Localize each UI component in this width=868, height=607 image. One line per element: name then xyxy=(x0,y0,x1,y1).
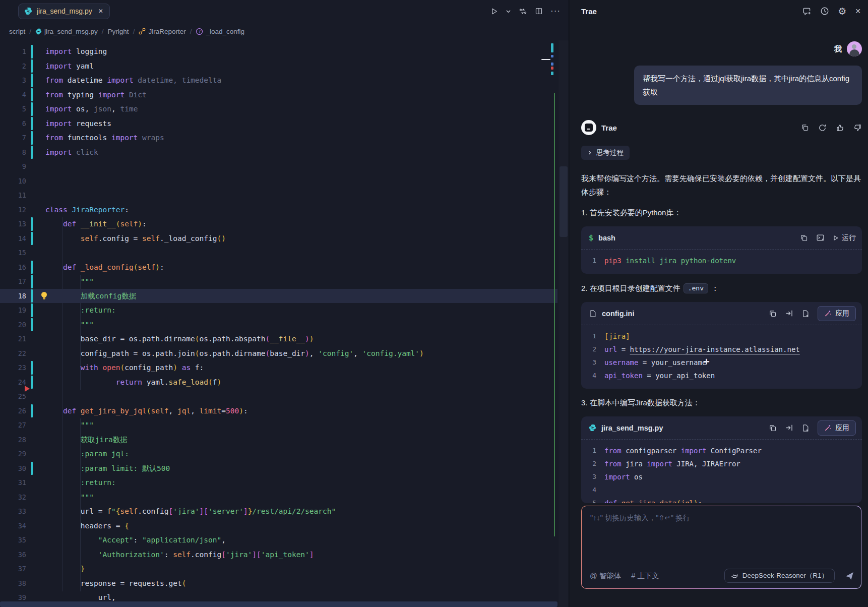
editor-code-line[interactable]: 38 response = requests.get( xyxy=(0,576,557,591)
user-message-bubble: 帮我写一个方法，通过jql获取jira数据，其中jira的信息从config获取 xyxy=(634,66,862,105)
editor-code-line[interactable]: 22 config_path = os.path.join(os.path.di… xyxy=(0,346,557,361)
editor-code-line[interactable]: 11 xyxy=(0,188,557,203)
code-token xyxy=(177,363,182,372)
editor-code-line[interactable]: 3from datetime import datetime, timedelt… xyxy=(0,73,557,88)
line-number: 5 xyxy=(581,497,596,503)
code-token: headers = xyxy=(45,522,125,530)
breadcrumb-method[interactable]: f _load_config xyxy=(196,28,244,35)
editor-code-line[interactable]: 7from functools import wraps xyxy=(0,131,557,145)
copy-code-icon[interactable] xyxy=(769,424,777,432)
line-number: 24 xyxy=(0,375,26,390)
editor-horizontal-scrollbar[interactable] xyxy=(0,601,557,607)
mention-agent-button[interactable]: @ 智能体 xyxy=(590,571,621,581)
breadcrumb-script[interactable]: script xyxy=(9,28,25,35)
breadcrumb-class[interactable]: JiraReporter xyxy=(139,28,185,35)
tab-jira-send-msg[interactable]: jira_send_msg.py ✕ xyxy=(18,4,110,19)
editor-code-line[interactable]: 36 'Authorization': self.config['jira'][… xyxy=(0,548,557,562)
more-actions-icon[interactable]: ··· xyxy=(550,6,561,16)
code-token: ] xyxy=(309,551,314,559)
copy-message-icon[interactable] xyxy=(801,124,809,132)
code-token: jql xyxy=(177,407,191,415)
editor-code-line[interactable]: 5import os, json, time xyxy=(0,102,557,116)
copy-code-icon[interactable] xyxy=(769,310,777,318)
settings-gear-icon[interactable]: ⚙ xyxy=(838,7,846,16)
lightbulb-icon[interactable] xyxy=(41,292,47,297)
run-button[interactable] xyxy=(490,8,498,15)
line-number: 29 xyxy=(0,447,26,461)
editor-code-line[interactable]: 14 self.config = self._load_config() xyxy=(0,231,557,246)
apply-code-button[interactable]: 应用 xyxy=(818,306,856,321)
thumbs-down-icon[interactable] xyxy=(853,124,862,132)
editor-code-line[interactable]: 37 } xyxy=(0,562,557,576)
editor-code-line[interactable]: 8import click xyxy=(0,145,557,160)
thinking-process-toggle[interactable]: 思考过程 xyxy=(581,146,630,160)
editor-code-line[interactable]: 20 """ xyxy=(0,318,557,332)
history-icon[interactable] xyxy=(820,7,829,16)
compare-changes-icon[interactable] xyxy=(519,7,527,16)
line-number: 38 xyxy=(0,576,26,591)
editor-code-line[interactable]: 2import yaml xyxy=(0,59,557,74)
send-message-icon[interactable] xyxy=(845,571,854,581)
editor-code-line[interactable]: 1import logging xyxy=(0,44,557,59)
insert-to-terminal-icon[interactable] xyxy=(816,233,825,242)
add-context-button[interactable]: # 上下文 xyxy=(631,571,659,581)
run-command-button[interactable]: 运行 xyxy=(833,233,856,242)
code-token: = xyxy=(617,345,630,353)
new-file-icon[interactable] xyxy=(801,310,810,318)
new-chat-icon[interactable] xyxy=(802,7,812,16)
git-change-bar xyxy=(31,45,33,58)
editor-code-line[interactable]: 21 base_dir = os.path.dirname(os.path.ab… xyxy=(0,332,557,346)
editor-code-line[interactable]: 31 :return: xyxy=(0,475,557,490)
split-editor-icon[interactable] xyxy=(535,7,543,15)
copy-code-icon[interactable] xyxy=(800,234,808,242)
editor-code-line[interactable]: 15 xyxy=(0,246,557,260)
editor-code-line[interactable]: 17 """ xyxy=(0,274,557,289)
model-selector[interactable]: DeepSeek-Reasoner（R1） xyxy=(724,569,835,583)
editor-code-line[interactable]: 34 headers = { xyxy=(0,519,557,533)
close-panel-icon[interactable]: ✕ xyxy=(855,7,861,15)
tab-bar: jira_send_msg.py ✕ ··· xyxy=(0,0,569,22)
code-token: f xyxy=(213,378,217,386)
insert-to-editor-icon[interactable] xyxy=(785,309,793,318)
editor-code-line[interactable]: 30 :param limit: 默认500 xyxy=(0,461,557,476)
git-change-bar xyxy=(31,404,33,418)
editor-code-line[interactable]: 32 """ xyxy=(0,490,557,505)
editor-code-line[interactable]: 13 def __init__(self): xyxy=(0,217,557,231)
apply-code-button[interactable]: 应用 xyxy=(818,420,856,436)
new-file-icon[interactable] xyxy=(801,424,810,432)
run-dropdown-chevron-icon[interactable] xyxy=(506,9,511,14)
regenerate-icon[interactable] xyxy=(818,124,827,132)
editor-code-line[interactable]: 27 """ xyxy=(0,418,557,433)
editor-code-line[interactable]: 23 with open(config_path) as f: xyxy=(0,360,557,375)
editor-vertical-scrollbar[interactable] xyxy=(559,40,569,607)
editor-scrollbar-thumb[interactable] xyxy=(560,166,568,237)
editor-code-line[interactable]: 12class JiraReporter: xyxy=(0,203,557,217)
code-token: from xyxy=(45,91,63,99)
editor-code-line[interactable]: 33 url = f"{self.config['jira']['server'… xyxy=(0,504,557,519)
code-token: return xyxy=(116,378,142,386)
code-token: ( xyxy=(195,335,200,343)
code-token: functools xyxy=(63,134,111,142)
editor-code-line[interactable]: 19 :return: xyxy=(0,303,557,318)
editor-code-line[interactable]: 18 加载config数据 xyxy=(0,289,557,304)
editor-code-line[interactable]: 28 获取jira数据 xyxy=(0,433,557,447)
deepseek-whale-icon xyxy=(731,572,738,580)
thumbs-up-icon[interactable] xyxy=(836,124,844,132)
insert-to-editor-icon[interactable] xyxy=(785,423,793,432)
editor-code-line[interactable]: 29 :param jql: xyxy=(0,447,557,461)
editor-code-line[interactable]: 9 xyxy=(0,159,557,174)
breadcrumb-pyright[interactable]: Pyright xyxy=(108,28,129,35)
editor-code-line[interactable]: 35 "Accept": "application/json", xyxy=(0,533,557,548)
editor-code-line[interactable]: 25 xyxy=(0,389,557,404)
line-number: 34 xyxy=(0,519,26,533)
code-editor[interactable]: 1import logging2import yaml3from datetim… xyxy=(0,40,569,607)
editor-code-line[interactable]: 10 xyxy=(0,174,557,189)
editor-code-line[interactable]: 16 def _load_config(self): xyxy=(0,260,557,275)
editor-code-line[interactable]: 24 return yaml.safe_load(f) xyxy=(0,375,557,390)
editor-code-line[interactable]: 4from typing import Dict xyxy=(0,88,557,102)
chat-input-box[interactable]: "↑↓" 切换历史输入，"⇧↵" 换行 @ 智能体 # 上下文 DeepSeek… xyxy=(581,506,861,589)
breadcrumb-file[interactable]: jira_send_msg.py xyxy=(35,28,98,35)
tab-close-icon[interactable]: ✕ xyxy=(98,8,103,15)
editor-code-line[interactable]: 26 def get_jira_by_jql(self, jql, limit=… xyxy=(0,404,557,418)
editor-code-line[interactable]: 6import requests xyxy=(0,116,557,131)
